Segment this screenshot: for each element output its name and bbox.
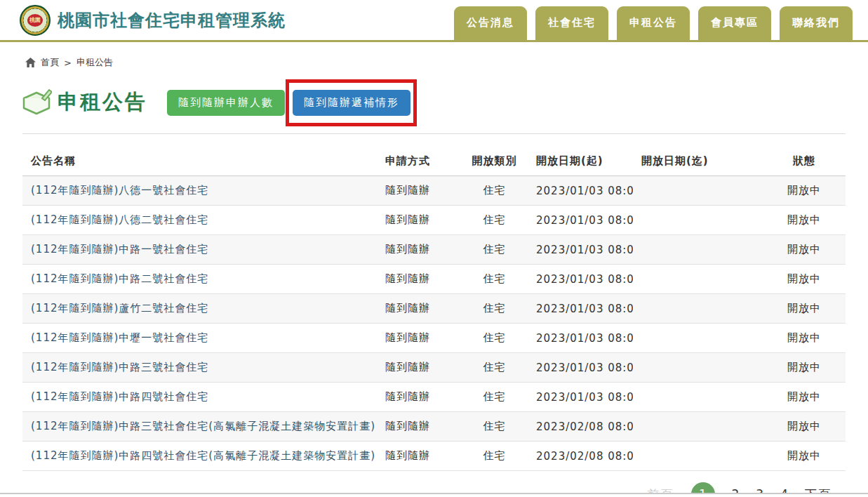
logo-text: 桃園 (27, 14, 43, 27)
cell-end-date (633, 412, 763, 442)
cell-method: 隨到隨辦 (377, 442, 461, 471)
nav-tab-contact-us[interactable]: 聯絡我們 (780, 6, 853, 40)
cell-method: 隨到隨辦 (377, 294, 461, 324)
cell-end-date (633, 265, 763, 294)
announcement-link[interactable]: (112年隨到隨辦)中路三號社會住宅 (31, 361, 208, 373)
table-header-row: 公告名稱 申請方式 開放類別 開放日期(起) 開放日期(迄) 狀態 (22, 147, 846, 176)
cell-status: 開放中 (763, 383, 846, 412)
breadcrumb-home[interactable]: 首頁 (41, 56, 59, 69)
breadcrumb-current: 申租公告 (76, 56, 113, 69)
announcement-link[interactable]: (112年隨到隨辦)蘆竹二號社會住宅 (31, 302, 208, 314)
cell-status: 開放中 (763, 235, 846, 265)
cell-category: 住宅 (461, 235, 528, 265)
cell-end-date (633, 442, 763, 471)
cell-category: 住宅 (461, 324, 528, 353)
cell-start-date: 2023/01/03 08:00 (528, 294, 633, 324)
cell-status: 開放中 (763, 324, 846, 353)
cell-method: 隨到隨辦 (377, 324, 461, 353)
col-header-category: 開放類別 (461, 147, 528, 176)
table-row: (112年隨到隨辦)中路三號社會住宅 隨到隨辦 住宅 2023/01/03 08… (22, 353, 846, 383)
announcement-link[interactable]: (112年隨到隨辦)中路三號社會住宅(高氯離子混凝土建築物安置計畫) (31, 420, 375, 432)
nav-tab-member-area[interactable]: 會員專區 (698, 6, 771, 40)
cell-method: 隨到隨辦 (377, 265, 461, 294)
header: 桃園 桃園市社會住宅申租管理系統 公告消息 社會住宅 申租公告 會員專區 聯絡我… (0, 0, 868, 42)
table-row: (112年隨到隨辦)中路四號社會住宅(高氯離子混凝土建築物安置計畫) 隨到隨辦 … (22, 442, 846, 471)
cell-end-date (633, 324, 763, 353)
cell-start-date: 2023/01/03 08:00 (528, 353, 633, 383)
announcement-link[interactable]: (112年隨到隨辦)中路四號社會住宅(高氯離子混凝土建築物安置計畫) (31, 449, 375, 462)
announcement-link[interactable]: (112年隨到隨辦)中路二號社會住宅 (31, 272, 208, 285)
taoyuan-city-logo: 桃園 (20, 5, 51, 36)
table-row: (112年隨到隨辦)八德二號社會住宅 隨到隨辦 住宅 2023/01/03 08… (22, 206, 846, 235)
cell-status: 開放中 (763, 176, 846, 206)
nav-tab-rental-announcements[interactable]: 申租公告 (617, 6, 690, 40)
col-header-status: 狀態 (763, 147, 846, 176)
col-header-method: 申請方式 (377, 147, 461, 176)
col-header-start-date: 開放日期(起) (528, 147, 633, 176)
table-row: (112年隨到隨辦)八德一號社會住宅 隨到隨辦 住宅 2023/01/03 08… (22, 176, 846, 206)
brand[interactable]: 桃園 桃園市社會住宅申租管理系統 (20, 5, 286, 36)
cell-status: 開放中 (763, 265, 846, 294)
cell-category: 住宅 (461, 353, 528, 383)
announcement-link[interactable]: (112年隨到隨辦)八德一號社會住宅 (31, 184, 208, 197)
announcement-link[interactable]: (112年隨到隨辦)中路一號社會住宅 (31, 243, 208, 256)
cell-start-date: 2023/01/03 08:00 (528, 176, 633, 206)
nav-tab-announcements[interactable]: 公告消息 (454, 6, 527, 40)
cell-status: 開放中 (763, 442, 846, 471)
cell-category: 住宅 (461, 294, 528, 324)
page-title: 申租公告 (58, 88, 147, 117)
cell-start-date: 2023/01/03 08:00 (528, 265, 633, 294)
col-header-end-date: 開放日期(迄) (633, 147, 763, 176)
cell-start-date: 2023/01/03 08:00 (528, 235, 633, 265)
cell-category: 住宅 (461, 412, 528, 442)
table-row: (112年隨到隨辦)中路一號社會住宅 隨到隨辦 住宅 2023/01/03 08… (22, 235, 846, 265)
cell-status: 開放中 (763, 206, 846, 235)
cell-end-date (633, 294, 763, 324)
table-row: (112年隨到隨辦)蘆竹二號社會住宅 隨到隨辦 住宅 2023/01/03 08… (22, 294, 846, 324)
cell-start-date: 2023/01/03 08:00 (528, 324, 633, 353)
home-icon (25, 58, 36, 67)
table-row: (112年隨到隨辦)中路四號社會住宅 隨到隨辦 住宅 2023/01/03 08… (22, 383, 846, 412)
table-row: (112年隨到隨辦)中路三號社會住宅(高氯離子混凝土建築物安置計畫) 隨到隨辦 … (22, 412, 846, 442)
cell-status: 開放中 (763, 294, 846, 324)
cell-method: 隨到隨辦 (377, 353, 461, 383)
cell-start-date: 2023/01/03 08:00 (528, 383, 633, 412)
cell-category: 住宅 (461, 265, 528, 294)
cell-method: 隨到隨辦 (377, 206, 461, 235)
walkin-applicants-button[interactable]: 隨到隨辦申辦人數 (167, 90, 285, 116)
announcement-link[interactable]: (112年隨到隨辦)八德二號社會住宅 (31, 213, 208, 226)
cell-end-date (633, 383, 763, 412)
table-row: (112年隨到隨辦)中壢一號社會住宅 隨到隨辦 住宅 2023/01/03 08… (22, 324, 846, 353)
table-row: (112年隨到隨辦)中路二號社會住宅 隨到隨辦 住宅 2023/01/03 08… (22, 265, 846, 294)
announcements-table: 公告名稱 申請方式 開放類別 開放日期(起) 開放日期(迄) 狀態 (112年隨… (22, 147, 846, 471)
cell-category: 住宅 (461, 206, 528, 235)
cell-status: 開放中 (763, 412, 846, 442)
cell-end-date (633, 176, 763, 206)
announcement-link[interactable]: (112年隨到隨辦)中壢一號社會住宅 (31, 331, 208, 344)
walkin-replacement-button[interactable]: 隨到隨辦遞補情形 (293, 90, 410, 116)
titlebar: 申租公告 隨到隨辦申辦人數 隨到隨辦遞補情形 (21, 88, 868, 117)
cell-category: 住宅 (461, 176, 528, 206)
cell-category: 住宅 (461, 442, 528, 471)
col-header-name: 公告名稱 (22, 147, 377, 176)
breadcrumb-separator: > (64, 58, 72, 68)
title-divider (22, 133, 846, 134)
cell-end-date (633, 206, 763, 235)
cell-start-date: 2023/02/08 08:00 (528, 412, 633, 442)
announcement-link[interactable]: (112年隨到隨辦)中路四號社會住宅 (31, 390, 208, 403)
breadcrumb: 首頁 > 申租公告 (25, 56, 868, 69)
cell-end-date (633, 235, 763, 265)
cell-start-date: 2023/02/08 08:00 (528, 442, 633, 471)
cell-method: 隨到隨辦 (377, 383, 461, 412)
site-title: 桃園市社會住宅申租管理系統 (58, 9, 286, 32)
cell-method: 隨到隨辦 (377, 176, 461, 206)
cell-start-date: 2023/01/03 08:00 (528, 206, 633, 235)
title-buttons: 隨到隨辦申辦人數 隨到隨辦遞補情形 (167, 90, 410, 116)
nav-tab-social-housing[interactable]: 社會住宅 (535, 6, 608, 40)
main-nav: 公告消息 社會住宅 申租公告 會員專區 聯絡我們 (454, 6, 853, 40)
cell-category: 住宅 (461, 383, 528, 412)
announcement-note-icon (21, 88, 52, 117)
cell-end-date (633, 353, 763, 383)
cell-method: 隨到隨辦 (377, 412, 461, 442)
cell-status: 開放中 (763, 353, 846, 383)
